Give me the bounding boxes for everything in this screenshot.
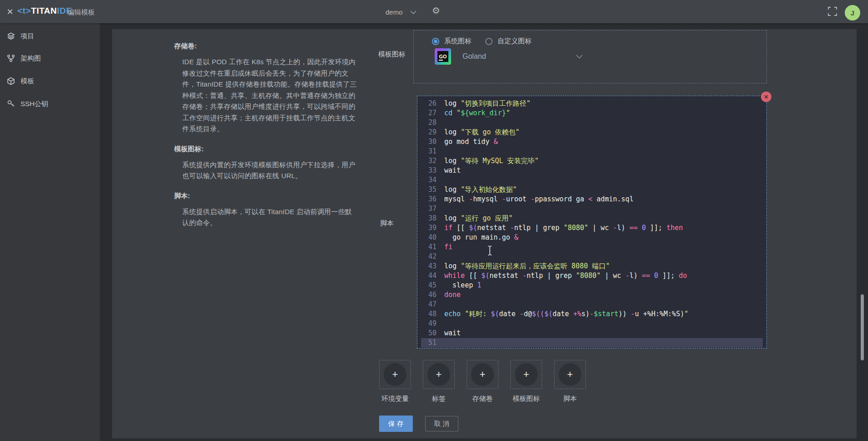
add-volume-button[interactable]: + <box>467 360 498 389</box>
add-env-var-button[interactable]: + <box>379 360 411 389</box>
fullscreen-icon[interactable] <box>827 6 837 16</box>
save-button[interactable]: 保 存 <box>379 415 413 432</box>
icon-dropdown[interactable]: GO Goland <box>431 46 588 67</box>
sidebar-item-label: 模板 <box>21 77 34 86</box>
docs-column: 存储卷: IDE 是以 POD 工作在 K8s 节点之上的，因此开发环境内修改过… <box>174 42 357 239</box>
radio-custom-icon[interactable]: 自定义图标 <box>485 37 532 46</box>
code-line-42[interactable]: 42 <box>421 252 763 262</box>
code-text: log "等待应用运行起来后，应该会监听 8080 端口" <box>444 262 610 271</box>
line-number: 51 <box>421 338 437 348</box>
radio-dot-system <box>432 38 439 45</box>
line-number: 26 <box>421 99 437 108</box>
delete-script-button[interactable]: ✕ <box>761 92 771 102</box>
sidebar-item-architecture[interactable]: 架构图 <box>0 50 100 67</box>
line-number: 47 <box>421 300 437 309</box>
plus-icon: + <box>427 363 450 386</box>
sidebar-item-templates[interactable]: 模板 <box>0 72 100 90</box>
script-editor[interactable]: 2526log "切换到项目工作路径"27cd "${work_dir}"282… <box>417 96 767 349</box>
doc-heading-script: 脚本: <box>174 192 357 200</box>
line-number: 44 <box>421 271 437 281</box>
code-text: log "运行 go 应用" <box>444 214 513 223</box>
code-text: log "切换到项目工作路径" <box>444 99 530 108</box>
cancel-button[interactable]: 取 消 <box>425 416 458 431</box>
add-template-icon-button[interactable]: + <box>510 360 542 389</box>
layers-icon <box>7 32 15 40</box>
doc-body-template-icon: 系统提供内置的开发环境模板图标供用户下拉选择，用户也可以输入可以访问的图标在线 … <box>174 159 357 182</box>
sidebar-item-label: 项目 <box>21 32 34 41</box>
add-tag-group: + 标签 <box>423 360 455 403</box>
sidebar-item-ssh-keys[interactable]: SSH公钥 <box>0 95 100 113</box>
line-number: 25 <box>421 96 437 99</box>
logo-titan: TITAN <box>31 6 57 15</box>
code-line-33[interactable]: 33wait <box>421 166 763 175</box>
page-scrollbar[interactable] <box>861 294 864 360</box>
template-icon-field-label: 模板图标 <box>378 50 406 59</box>
add-tag-button[interactable]: + <box>423 360 455 389</box>
plus-icon: + <box>471 363 494 386</box>
code-line-35[interactable]: 35log "导入初始化数据" <box>421 185 763 195</box>
sidebar: 项目 架构图 模板 SSH公钥 <box>0 23 100 441</box>
code-line-50[interactable]: 50wait <box>421 328 763 338</box>
icon-dropdown-value: Goland <box>462 52 486 61</box>
gear-icon[interactable]: ⚙ <box>432 5 440 16</box>
avatar[interactable]: J <box>845 5 860 21</box>
code-line-41[interactable]: 41fi <box>421 242 763 252</box>
code-text: if [[ $(netstat -ntlp | grep "8080" | wc… <box>444 223 683 233</box>
chevron-down-icon <box>576 52 583 61</box>
code-text: sleep 1 <box>444 281 481 290</box>
code-line-26[interactable]: 26log "切换到项目工作路径" <box>421 99 763 108</box>
add-script-label: 脚本 <box>554 395 586 403</box>
icon-type-radio-group: 系统图标 自定义图标 <box>432 37 532 46</box>
sidebar-item-label: SSH公钥 <box>21 100 48 108</box>
radio-system-icon[interactable]: 系统图标 <box>432 37 472 46</box>
code-line-40[interactable]: 40 go run main.go & <box>421 233 763 242</box>
code-line-51[interactable]: 51 <box>421 338 763 348</box>
script-field-label: 脚本 <box>380 219 394 228</box>
radio-system-label: 系统图标 <box>444 37 472 46</box>
env-dropdown[interactable]: demo <box>385 5 416 18</box>
code-line-43[interactable]: 43log "等待应用运行起来后，应该会监听 8080 端口" <box>421 262 763 271</box>
code-line-25[interactable]: 25 <box>421 96 763 99</box>
code-line-48[interactable]: 48echo "耗时: $(date -d@$(($(date +%s)-$st… <box>421 309 763 319</box>
line-number: 46 <box>421 290 437 300</box>
code-line-44[interactable]: 44while [[ $(netstat -ntlp | grep "8080"… <box>421 271 763 281</box>
code-line-32[interactable]: 32log "等待 MySQL 安装完毕" <box>421 156 763 166</box>
code-text: wait <box>444 328 461 338</box>
code-line-31[interactable]: 31 <box>421 147 763 156</box>
code-line-45[interactable]: 45 sleep 1 <box>421 281 763 290</box>
add-env-var-label: 环境变量 <box>379 395 411 403</box>
env-dropdown-value: demo <box>385 8 403 16</box>
code-line-46[interactable]: 46done <box>421 290 763 300</box>
line-number: 35 <box>421 185 437 195</box>
code-line-30[interactable]: 30go mod tidy & <box>421 137 763 147</box>
code-text: while [[ $(netstat -ntlp | grep "8080" |… <box>444 271 687 281</box>
code-text: log "等待 MySQL 安装完毕" <box>444 156 539 166</box>
code-text: mysql -hmysql -uroot -ppassword ga < adm… <box>444 195 633 204</box>
code-line-28[interactable]: 28 <box>421 118 763 128</box>
code-line-27[interactable]: 27cd "${work_dir}" <box>421 108 763 118</box>
code-line-49[interactable]: 49 <box>421 319 763 328</box>
code-line-39[interactable]: 39if [[ $(netstat -ntlp | grep "8080" | … <box>421 223 763 233</box>
chevron-down-icon <box>410 8 416 16</box>
close-icon[interactable]: ✕ <box>5 6 15 17</box>
plus-icon: + <box>515 363 538 386</box>
doc-heading-storage: 存储卷: <box>174 42 357 51</box>
line-number: 38 <box>421 214 437 223</box>
add-script-button[interactable]: + <box>554 360 586 389</box>
add-env-var-group: + 环境变量 <box>379 360 411 403</box>
line-number: 34 <box>421 175 437 185</box>
line-number: 30 <box>421 137 437 147</box>
plus-icon: + <box>559 363 581 386</box>
code-line-36[interactable]: 36mysql -hmysql -uroot -ppassword ga < a… <box>421 195 763 204</box>
doc-body-storage: IDE 是以 POD 工作在 K8s 节点之上的，因此开发环境内修改过文件在重启… <box>174 56 357 135</box>
code-line-38[interactable]: 38log "运行 go 应用" <box>421 214 763 223</box>
logo-bracket-t: <t> <box>17 6 31 15</box>
add-template-icon-label: 模板图标 <box>510 395 542 403</box>
line-number: 36 <box>421 195 437 204</box>
add-volume-group: + 存储卷 <box>467 360 498 403</box>
sidebar-item-projects[interactable]: 项目 <box>0 27 100 45</box>
code-line-29[interactable]: 29log "下载 go 依赖包" <box>421 128 763 137</box>
code-line-34[interactable]: 34 <box>421 175 763 185</box>
code-line-37[interactable]: 37 <box>421 204 763 214</box>
code-line-47[interactable]: 47 <box>421 300 763 309</box>
